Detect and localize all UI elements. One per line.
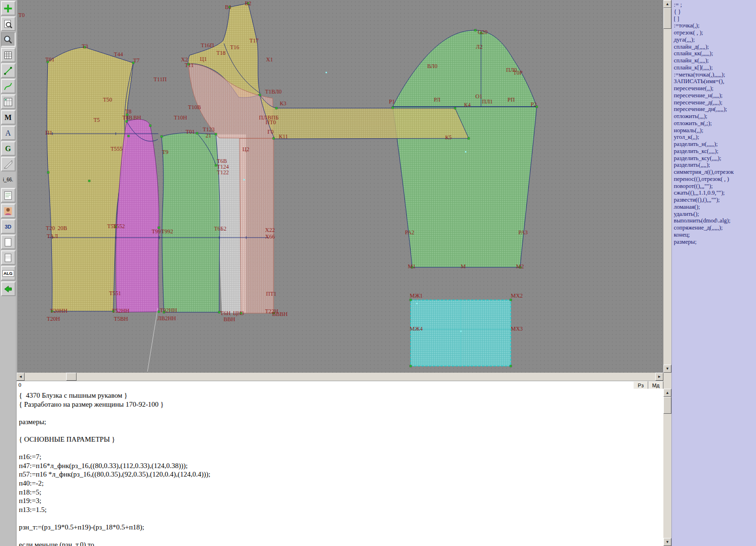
operator-list-item[interactable]: разделить(,,,,); — [672, 162, 756, 169]
pattern-point-label: ВЛ0 — [427, 63, 438, 69]
scroll-right-icon[interactable]: ► — [655, 373, 663, 381]
new-button[interactable] — [1, 1, 16, 16]
operator-list-item[interactable]: поворот((),,,""); — [672, 183, 756, 190]
view-3d-button[interactable]: 3D — [1, 219, 16, 234]
measurements-button[interactable]: M — [1, 110, 16, 125]
notes-button[interactable] — [1, 188, 16, 203]
ruler-button[interactable] — [1, 157, 16, 171]
i66-indicator[interactable]: i_66. — [1, 172, 16, 187]
operator-list-item[interactable]: сопряжение_д(,,,,,); — [672, 224, 756, 231]
operator-list-item[interactable]: удалить(); — [672, 211, 756, 218]
operator-list-item[interactable]: :=точка(,); — [672, 22, 756, 29]
code-line[interactable]: { 4370 Блузка с пышным рукавом } — [19, 392, 663, 401]
pattern-point-label: Т0Р — [513, 70, 523, 76]
code-line[interactable]: п40:=-2; — [19, 479, 663, 488]
operator-list-item[interactable]: := ; — [672, 1, 756, 9]
operator-list-item[interactable]: сжать((),,,1.1,0.9,""); — [672, 189, 756, 196]
pattern-point-label: Т18 — [216, 50, 225, 56]
pattern-point-label: М2 — [516, 264, 524, 269]
pattern-point-label: Т92НН — [160, 307, 177, 313]
operator-list-item[interactable]: разделить_н(,,,,,); — [672, 141, 756, 148]
operator-list-item[interactable]: угол_к(,,); — [672, 134, 756, 141]
canvas-vertical-scrollbar[interactable]: ▲ ▼ — [663, 0, 671, 373]
code-line[interactable]: п18:=5; — [19, 488, 663, 497]
algorithm-editor[interactable]: { 4370 Блузка с пышным рукавом }{ Разраб… — [17, 389, 663, 546]
code-line[interactable]: п19:=3; — [19, 497, 663, 506]
pattern-point-label: Т8 — [125, 109, 131, 114]
code-line[interactable]: п16:=7; — [19, 453, 663, 462]
draw-line-button[interactable] — [1, 63, 16, 78]
code-line[interactable] — [19, 409, 663, 418]
pattern-point-label: Т16П — [201, 43, 214, 48]
operator-list-item[interactable]: отрезок( , ); — [672, 29, 756, 36]
operator-list-item[interactable]: конец; — [672, 231, 756, 239]
operator-list-item[interactable]: выполнить(dmod\.alg); — [672, 217, 756, 224]
scroll-down-icon[interactable]: ▼ — [663, 365, 671, 373]
operator-list-item[interactable]: сплайн_к(,,,,); — [672, 57, 756, 64]
operator-list-item[interactable]: нормаль(,,); — [672, 127, 756, 134]
editor-vertical-scrollbar[interactable]: ▲ ▼ — [663, 389, 671, 546]
rz-button[interactable]: Рз — [633, 381, 648, 389]
operator-panel: := ;{ }[ ]:=точка(,);отрезок( , );дуга(,… — [671, 0, 756, 546]
scroll-up-icon[interactable]: ▲ — [663, 389, 671, 397]
code-line[interactable]: п57:=п16 *л_фнк(рз_16,((80,0.35),(92,0.3… — [19, 470, 663, 479]
print-button[interactable] — [1, 250, 16, 265]
operator-list-item[interactable]: сплайн_д(,,,,); — [672, 43, 756, 51]
code-line[interactable]: { ОСНОВНЫЕ ПАРАМЕТРЫ } — [19, 435, 663, 444]
code-line[interactable]: размеры; — [19, 418, 663, 427]
operator-list-item[interactable]: :=метка(точка(,),,,,,); — [672, 71, 756, 78]
operator-list-item[interactable]: пересечение_дн(,,,,,); — [672, 106, 756, 113]
code-line[interactable]: п47:=п16*л_фнк(рз_16,((80,0.33),(112,0.3… — [19, 462, 663, 471]
scroll-down-icon[interactable]: ▼ — [663, 538, 671, 546]
operator-list-item[interactable]: перенос((),отрезок( , ) — [672, 176, 756, 183]
grazia-button[interactable]: G — [1, 141, 16, 156]
code-line[interactable]: п13:=1.5; — [19, 506, 663, 515]
operator-list-item[interactable]: размеры; — [672, 239, 756, 246]
operator-list-item[interactable]: сплайн_кк(,,,,,); — [672, 50, 756, 57]
operator-list-item[interactable]: сплайн_к[](,,,,); — [672, 64, 756, 71]
editor-vscroll-thumb[interactable] — [663, 397, 671, 414]
code-line[interactable] — [19, 427, 663, 435]
back-button[interactable] — [1, 282, 16, 296]
pattern-button[interactable]: A — [1, 126, 16, 140]
operator-list-item[interactable]: ЗАПИСАТЬ(имя=(), — [672, 78, 756, 85]
zoom-tool-button[interactable] — [1, 32, 16, 47]
operator-list-item[interactable]: пересечение(,,); — [672, 85, 756, 92]
operator-list-item[interactable]: разделить_кс(,,,,); — [672, 148, 756, 155]
pattern-point-label: Т20НН — [50, 308, 68, 314]
operator-list-item[interactable]: { } — [672, 9, 756, 16]
scroll-left-icon[interactable]: ◄ — [17, 373, 25, 381]
pattern-point-label: Т9 — [162, 149, 168, 155]
operator-list-item[interactable]: симметрия_л((),отрезок — [672, 169, 756, 176]
md-button[interactable]: Мд — [648, 381, 663, 389]
pattern-canvas[interactable]: Т0Т3Т44Т7Т01Т11ПТ50Т5Т8Т8ВВНП1Т555Т9Т10В… — [17, 0, 663, 373]
operator-list-item[interactable]: разделить_ксу(,,,,); — [672, 155, 756, 162]
draw-curve-button[interactable] — [1, 79, 16, 94]
operator-list-item[interactable]: дуга(,,,); — [672, 36, 756, 43]
sheet-button[interactable] — [1, 235, 16, 249]
operator-list-item[interactable]: развести((),(),,,""); — [672, 196, 756, 204]
code-line[interactable]: если меньше (рзн_т,0) то — [19, 541, 663, 546]
code-line[interactable]: { Разработано на размер женщины 170-92-1… — [19, 401, 663, 410]
operator-list-item[interactable]: отложить_в(,;); — [672, 120, 756, 127]
operator-list-item[interactable]: ломаная(); — [672, 204, 756, 211]
code-line[interactable] — [19, 444, 663, 453]
zoom-page-button[interactable] — [1, 17, 16, 31]
model-photo-button[interactable] — [1, 204, 16, 218]
code-line[interactable]: рзн_т:=(рз_19*0.5+п19)-(рз_18*0.5+п18); — [19, 523, 663, 532]
operator-list-item[interactable]: пересечение_д(,,,,); — [672, 99, 756, 106]
operator-list-item[interactable]: отложить(,,,); — [672, 113, 756, 120]
code-line[interactable] — [19, 514, 663, 523]
pattern-point-label: Х22 — [265, 227, 275, 233]
canvas-hscroll-thumb[interactable] — [66, 373, 77, 381]
operator-list-item[interactable]: пересечение_н(,,,,); — [672, 92, 756, 99]
scroll-up-icon[interactable]: ▲ — [663, 0, 671, 8]
pattern-point-label: Т10Н — [174, 115, 187, 120]
alg-button[interactable]: ALG — [1, 266, 16, 281]
operator-list-item[interactable]: [ ] — [672, 16, 756, 23]
canvas-vscroll-thumb[interactable] — [663, 8, 671, 29]
grid-button[interactable] — [1, 48, 16, 62]
code-line[interactable] — [19, 532, 663, 541]
canvas-horizontal-scrollbar[interactable]: ◄ ► — [17, 373, 663, 381]
table-button[interactable] — [1, 94, 16, 109]
